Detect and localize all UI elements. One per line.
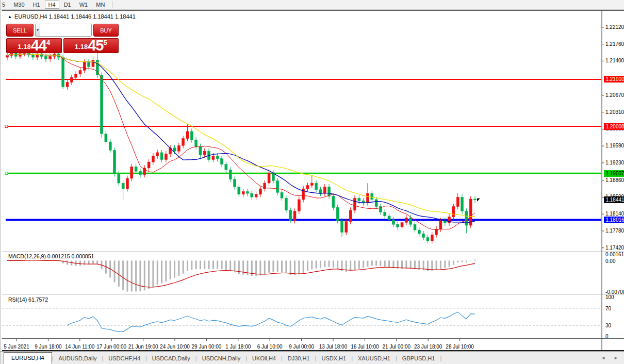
candles-layer [6,49,477,244]
tab-scroll-left-icon[interactable]: ◄ [601,355,605,360]
toolbar-separator [112,1,112,8]
tab-scroll-right-icon[interactable]: ► [614,355,618,360]
timeframe-buttons: 5M30H1H4D1W1MN [1,1,109,9]
symbol-tab-eurusd[interactable]: EURUSD,H4 [4,352,52,364]
price-tick-label: 1.17420 [605,245,624,251]
symbol-tab-xauusd[interactable]: XAUUSD,H1 [353,353,396,364]
price-tick-label: 1.21760 [605,41,624,47]
symbol-tab-usdcad[interactable]: USDCAD,Daily [147,353,195,364]
time-axis-label: 24 Jun 10:00 [160,344,190,350]
symbol-tab-usdchf[interactable]: USDCHF,H4 [103,353,145,364]
timeframe-button-h1[interactable]: H1 [29,1,44,9]
price-tick-label: 1.18860 [605,177,624,183]
time-axis-label: 9 Jun 18:00 [35,344,61,350]
terminal-screen: 5M30H1H4D1W1MN ▲ EURUSD,H4 1.18441 1.184… [0,0,624,364]
time-axis-label: 17 Jun 00:00 [96,344,126,350]
price-badge-1.21010: 1.21010 [604,76,624,82]
symbol-tab-ukoil[interactable]: UKOil,H4 [247,353,281,364]
time-axis-label: 1 Jul 18:00 [225,344,251,350]
time-axis-label: 23 Jul 18:00 [414,344,442,350]
symbol-tab-dj30[interactable]: DJ30,H1 [283,353,315,364]
rsi-axis-0: 0 [605,334,609,339]
symbol-tab-audusd[interactable]: AUDUSD,Daily [53,353,102,364]
price-tick-label: 1.19590 [605,143,624,148]
symbol-tab-usdcnh[interactable]: USDCNH,Daily [197,353,246,364]
time-axis-label: 21 Jun 19:00 [128,344,158,350]
chart-canvas[interactable] [2,11,624,351]
symbol-tab-usdx[interactable]: USDX,H1 [316,353,351,364]
timeframe-toolbar: 5M30H1H4D1W1MN [1,0,624,10]
rsi-axis-100: 100 [605,294,614,300]
volume-spinner: ▼ ▲ [35,24,92,37]
price-tick-label: 1.20670 [605,92,624,98]
chart-title-text: EURUSD,H4 1.18441 1.18446 1.18441 1.1844… [14,13,136,20]
symbol-tabs: EURUSD,H4|AUDUSD,Daily|USDCHF,H4|USDCAD,… [1,352,441,364]
timeframe-button-5[interactable]: 5 [0,1,9,9]
tab-separator: | [440,355,441,364]
macd-histogram [7,259,475,291]
price-tick-label: 1.18140 [605,211,624,217]
time-axis-label: 28 Jul 10:00 [446,344,474,350]
price-tick-label: 1.21400 [605,58,624,63]
macd-axis-zero: 0.00 [605,258,615,264]
current-bar-marker [477,198,480,202]
time-axis-label: 16 Jul 10:00 [351,344,379,350]
price-tick-label: 1.19230 [605,160,624,166]
buy-price-big: 45 [88,39,103,52]
price-badge-1.18016: 1.18016 [604,217,624,223]
buy-price-point: 5 [103,40,107,45]
ma-34-line[interactable] [7,54,475,217]
timeframe-button-w1[interactable]: W1 [76,1,92,9]
tab-scroll-arrows: ◄ ► [601,355,618,360]
sell-quote[interactable]: 1.18444 [6,38,62,53]
macd-axis-max: 0.00161 [605,252,624,257]
collapse-icon[interactable]: ▲ [8,14,12,19]
timeframe-button-mn[interactable]: MN [92,1,108,9]
price-tick-label: 1.20310 [605,109,624,115]
sell-price-big: 44 [31,39,46,52]
timeframe-button-h4[interactable]: H4 [45,1,59,9]
sell-button[interactable]: SELL [6,24,34,37]
hline-handle[interactable] [5,172,8,175]
price-tick-label: 1.17780 [605,228,624,234]
timeframe-button-m30[interactable]: M30 [10,1,28,9]
symbol-tab-gbpusd[interactable]: GBPUSD,H1 [397,353,440,364]
time-axis-label: 6 Jul 10:00 [257,344,283,350]
time-axis-label: 13 Jul 18:00 [319,344,348,350]
macd-label: MACD(12,26,9) 0.001215 0.000851 [8,253,94,259]
sell-price-point: 4 [46,40,50,45]
rsi-axis-70: 70 [605,306,611,311]
volume-input[interactable] [40,24,92,36]
buy-price-prefix: 1.18 [75,42,88,52]
chart-window: ▲ EURUSD,H4 1.18441 1.18446 1.18441 1.18… [2,10,624,351]
buy-button[interactable]: BUY [93,24,119,37]
chart-title: ▲ EURUSD,H4 1.18441 1.18446 1.18441 1.18… [8,13,136,20]
time-axis-label: 29 Jun 00:00 [191,344,221,350]
sell-price-prefix: 1.18 [18,42,30,52]
symbol-tab-bar: EURUSD,H4|AUDUSD,Daily|USDCHF,H4|USDCAD,… [1,351,624,364]
time-axis-label: 9 Jul 00:00 [289,344,314,350]
volume-decrease-icon[interactable]: ▼ [36,24,40,36]
price-badge-1.18441: 1.18441 [604,196,624,203]
price-tick-label: 1.22120 [605,24,624,30]
time-axis-label: 5 Jun 2021 [4,344,29,350]
rsi-line[interactable] [68,312,475,332]
hline-handle[interactable] [5,125,8,128]
timeframe-button-d1[interactable]: D1 [60,1,75,9]
price-badge-1.19007: 1.19007 [604,170,624,177]
buy-quote[interactable]: 1.18455 [63,38,119,53]
rsi-axis-30: 30 [605,323,611,328]
time-axis-label: 21 Jul 00:00 [383,344,411,350]
time-axis-label: 14 Jun 11:00 [65,344,94,350]
one-click-trade-panel: SELL ▼ ▲ BUY 1.18444 1.18455 [6,24,119,53]
price-badge-1.20008: 1.20008 [604,123,624,130]
rsi-label: RSI(14) 61.7572 [8,296,48,303]
macd-signal-line [7,260,475,287]
